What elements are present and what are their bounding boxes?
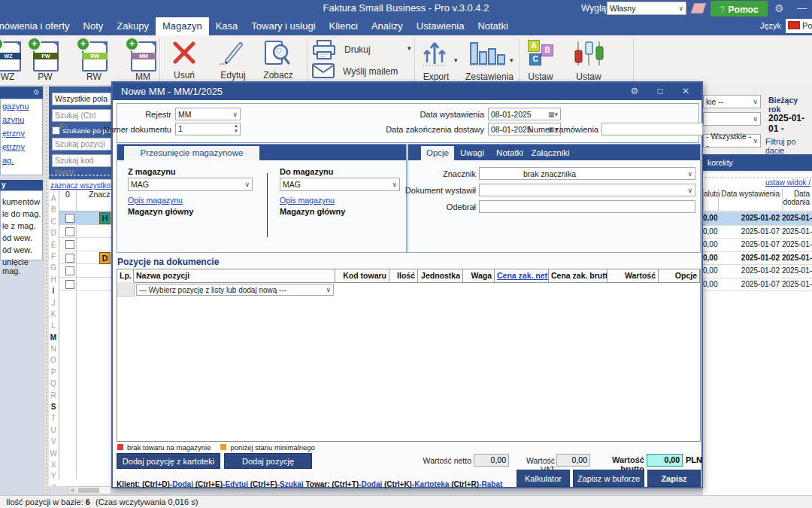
tab-załączniki[interactable]: Załączniki	[527, 146, 574, 160]
position-picker-select[interactable]: --- Wybierz pozycję z listy lub dodaj no…	[136, 284, 334, 296]
row-checkbox[interactable]	[65, 227, 74, 236]
alphabet-letter-P[interactable]: P	[49, 367, 58, 378]
order-number-input[interactable]	[601, 123, 703, 135]
menu-item-8[interactable]: Ustawienia	[410, 17, 471, 35]
right-table-row-0[interactable]: 0,002025-01-022025-01-	[703, 212, 812, 226]
select-all-links[interactable]: zaznacz wszystko / o	[50, 181, 111, 190]
language-select[interactable]: Pol	[786, 19, 812, 33]
alphabet-letter-O[interactable]: O	[49, 354, 58, 366]
alphabet-letter-D[interactable]: D	[49, 227, 58, 239]
alphabet-letter-X[interactable]: X	[49, 459, 58, 470]
right-table-row-3[interactable]: 0,002025-01-022025-01-	[703, 252, 812, 266]
right-table-row-4[interactable]: 0,002025-01-022025-01-0	[703, 265, 812, 278]
alphabet-letter-S[interactable]: S	[49, 401, 58, 412]
save-button[interactable]: Zapisz	[647, 470, 701, 487]
sidebar-filter-item-1[interactable]: ie do mag.	[1, 208, 42, 220]
right-column-header-1[interactable]: Data wystawienia	[718, 189, 782, 211]
register-select[interactable]: MM∨	[175, 108, 241, 120]
column-header-marker[interactable]: Znacz	[76, 190, 111, 211]
issued-by-select[interactable]: ∨	[479, 184, 695, 196]
row-checkbox[interactable]	[65, 266, 74, 275]
received-by-input[interactable]	[479, 200, 695, 213]
from-warehouse-desc-link[interactable]: Opis magazynu	[128, 196, 183, 205]
horizontal-splitter[interactable]	[49, 172, 114, 178]
to-warehouse-desc-link[interactable]: Opis magazynu	[280, 196, 335, 205]
horizontal-scrollbar[interactable]: <	[68, 486, 111, 494]
alphabet-letter-F[interactable]: F	[49, 251, 58, 262]
add-from-catalog-button[interactable]: Dodaj pozycję z kartoteki	[117, 453, 220, 469]
sidebar-filter-item-3[interactable]: ód wew.	[1, 232, 42, 244]
sidebar-filter-item-2[interactable]: ie z mag.	[1, 220, 42, 232]
set-color-button[interactable]: Ustaw kolor	[565, 40, 612, 82]
alphabet-letter-Z[interactable]: Z	[49, 482, 58, 486]
search-field-select[interactable]: Wszystkie pola	[52, 93, 111, 105]
alphabet-letter-M[interactable]: M	[49, 332, 58, 343]
row-checkbox[interactable]	[65, 280, 74, 289]
alphabet-letter-T[interactable]: T	[49, 412, 58, 424]
menu-item-1[interactable]: Noty	[77, 17, 111, 35]
price-net-link[interactable]: Cena zak. netto	[497, 271, 549, 280]
menu-item-5[interactable]: Towary i usługi	[244, 17, 322, 35]
print-dropdown-caret[interactable]: ▾	[408, 44, 411, 52]
scroll-left-button[interactable]: <	[68, 487, 77, 494]
alphabet-letter-V[interactable]: V	[49, 436, 58, 447]
gear-icon[interactable]: ⚙	[774, 2, 784, 14]
calculator-button[interactable]: Kalkulator	[517, 470, 570, 487]
filter-by-date-label[interactable]: Filtruj po dacie	[765, 137, 812, 155]
menu-item-0[interactable]: mówienia i oferty	[0, 17, 77, 35]
alphabet-letter-U[interactable]: U	[49, 424, 58, 436]
appearance-select[interactable]: Własny ∨	[607, 2, 686, 15]
right-table-row-5[interactable]: 0,002025-01-072025-01-0	[703, 278, 812, 292]
sidebar-link-2[interactable]: ętrzny	[1, 126, 42, 140]
print-button[interactable]: Drukuj ▾	[311, 39, 413, 60]
alphabet-index[interactable]: ABCDEFGHIJKLMNOPQRSTUVWXYZ	[49, 193, 58, 486]
menu-item-6[interactable]: Klienci	[323, 17, 365, 35]
set-view-link[interactable]: ustaw widok /	[765, 178, 810, 187]
gear-icon[interactable]: ⚙	[33, 88, 40, 96]
alphabet-letter-L[interactable]: L	[49, 320, 58, 331]
list-row-4[interactable]	[59, 264, 111, 278]
delete-button[interactable]: Usuń	[169, 40, 199, 82]
filter-dropdown-2[interactable]: ∨	[703, 112, 761, 126]
doc-button-wz[interactable]: WZ+WZ	[0, 40, 24, 82]
alphabet-letter-H[interactable]: H	[49, 274, 58, 285]
alphabet-letter-N[interactable]: N	[49, 343, 58, 354]
document-number-input[interactable]: 1 ▲▼	[175, 123, 241, 135]
tab-uwagi[interactable]: Uwagi	[455, 146, 489, 160]
to-warehouse-select[interactable]: MAG∨	[280, 178, 400, 191]
save-buffer-button[interactable]: Zapisz w buforze	[573, 470, 644, 487]
dialog-maximize-icon[interactable]: □	[652, 83, 668, 100]
column-header-zero[interactable]: 0	[59, 190, 76, 211]
spinner-arrows[interactable]: ▲▼	[234, 123, 238, 134]
export-dropdown-caret[interactable]: ▾	[454, 56, 458, 64]
help-button[interactable]: ? Pomoc	[710, 1, 768, 17]
alphabet-letter-R[interactable]: R	[49, 390, 58, 401]
sidebar-filter-item-0[interactable]: kumentów	[1, 196, 42, 208]
list-row-2[interactable]	[59, 238, 111, 251]
search-code-input[interactable]: Szukaj kod towar	[52, 154, 111, 167]
minimize-button[interactable]: —	[797, 2, 807, 14]
alphabet-letter-A[interactable]: A	[49, 193, 58, 204]
alphabet-letter-B[interactable]: B	[49, 204, 58, 215]
menu-item-9[interactable]: Notatki	[471, 17, 514, 35]
tab-notatki[interactable]: Notatki	[491, 146, 529, 160]
sidebar-link-0[interactable]: gazynu	[1, 99, 42, 113]
alphabet-letter-C[interactable]: C	[49, 216, 58, 227]
menu-item-7[interactable]: Analizy	[365, 17, 410, 35]
sidebar-link-3[interactable]: ętrzny	[1, 140, 42, 154]
sidebar-filter-item-4[interactable]: ód wew.	[1, 244, 42, 256]
marker-select[interactable]: brak znacznika∨	[479, 167, 695, 180]
sidebar-link-4[interactable]: ag.	[1, 154, 42, 167]
dialog-gear-icon[interactable]: ⚙	[626, 83, 643, 100]
right-column-header-2[interactable]: Data dodania	[782, 189, 812, 211]
tab-transfer[interactable]: Przesunięcie magazynowe	[124, 146, 259, 160]
from-warehouse-select[interactable]: MAG∨	[128, 178, 253, 191]
export-button[interactable]: ▾ Export	[418, 40, 457, 82]
search-positions-input[interactable]: Szukaj pozycji na	[52, 138, 111, 151]
row-checkbox[interactable]	[65, 254, 74, 263]
doc-button-rw[interactable]: RW+RW	[77, 40, 111, 82]
alphabet-letter-E[interactable]: E	[49, 239, 58, 251]
menu-item-2[interactable]: Zakupy	[110, 17, 156, 35]
filter-dropdown-3[interactable]: - Wszystkie --∨	[703, 134, 761, 148]
list-row-1[interactable]	[59, 225, 111, 239]
